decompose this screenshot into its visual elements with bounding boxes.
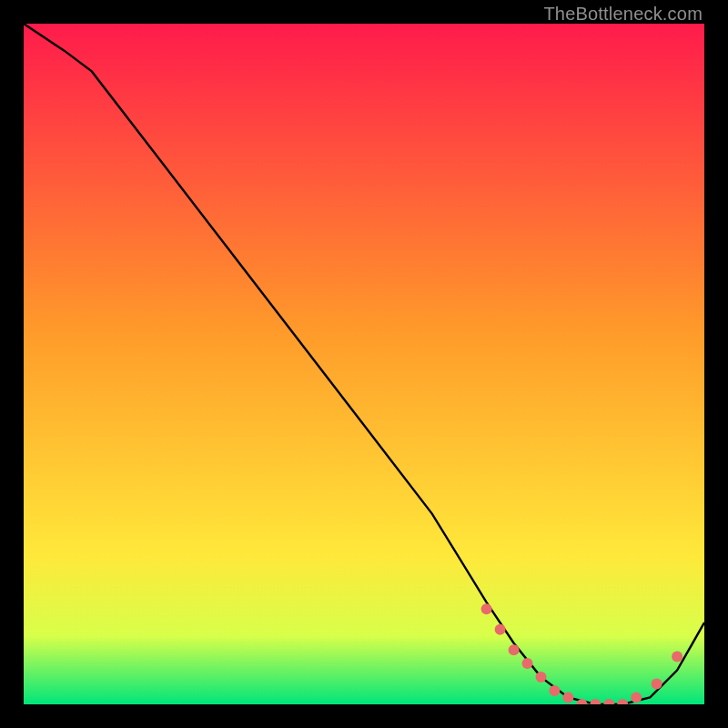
curve-marker [652, 679, 662, 690]
curve-marker [562, 693, 573, 703]
gradient-background [24, 24, 704, 704]
curve-marker [522, 658, 533, 669]
attribution-text: TheBottleneck.com [543, 4, 703, 25]
curve-marker [672, 652, 682, 662]
chart-area [24, 24, 704, 704]
curve-marker [631, 693, 642, 703]
curve-marker [549, 685, 560, 696]
curve-marker [509, 644, 520, 655]
curve-marker [481, 603, 492, 614]
outer-frame: TheBottleneck.com [0, 0, 728, 728]
curve-marker [536, 672, 547, 682]
chart-svg [24, 24, 704, 704]
curve-marker [495, 624, 506, 635]
